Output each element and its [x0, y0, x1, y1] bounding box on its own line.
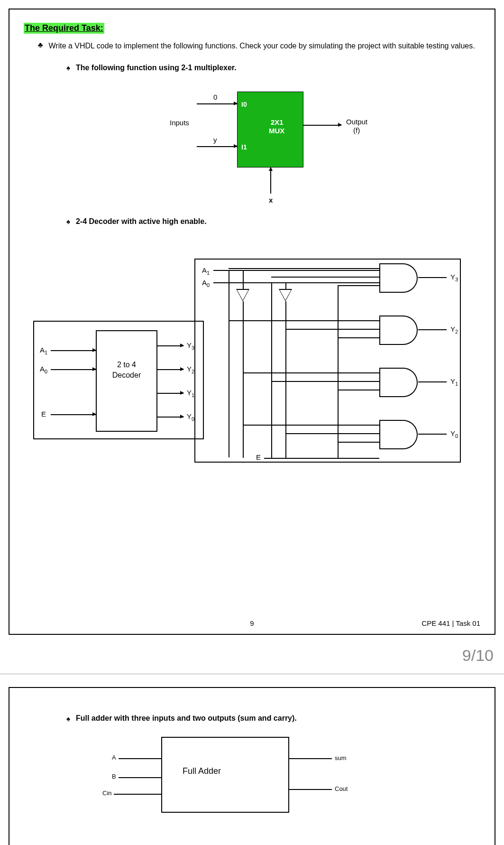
- label-a1: A1: [40, 346, 47, 355]
- schem-wire: [418, 381, 447, 382]
- footer-course: CPE 441 | Task 01: [422, 619, 480, 627]
- mux-heading: The following function using 2-1 multipl…: [76, 64, 237, 72]
- page-1: The Required Task: ♣ Write a VHDL code t…: [9, 9, 495, 635]
- schem-wire: [338, 390, 379, 390]
- schem-wire: [243, 425, 379, 426]
- decoder-heading-row: ♠ 2-4 Decoder with active high enable.: [66, 217, 480, 226]
- decoder-schematic: A1 A0 E: [194, 259, 461, 463]
- intro-row: ♣ Write a VHDL code to implement the fol…: [38, 40, 480, 52]
- schem-wire: [418, 277, 447, 278]
- schem-wire: [243, 301, 244, 458]
- mux-diagram: I0 I1 2X1 MUX 0 y Inputs x Output (f): [24, 80, 480, 203]
- schem-wire: [264, 458, 379, 459]
- wire-cin: [114, 794, 161, 795]
- schem-wire: [285, 329, 379, 330]
- label-a0: A0: [40, 365, 47, 374]
- wire-e: [51, 414, 96, 415]
- fulladder-title: Full Adder: [183, 766, 221, 776]
- label-in1: y: [213, 136, 217, 144]
- and-gate-icon: [379, 263, 420, 291]
- mux-title2: MUX: [269, 127, 284, 135]
- schem-wire: [338, 337, 379, 338]
- fulladder-box: [161, 737, 289, 813]
- decoder-heading: 2-4 Decoder with active high enable.: [76, 217, 207, 226]
- label-fa-b: B: [112, 773, 116, 780]
- wire-y2: [157, 369, 183, 370]
- club-icon: ♣: [38, 40, 43, 49]
- schem-wire: [229, 268, 379, 269]
- schem-wire: [338, 285, 379, 286]
- schem-wire: [243, 372, 379, 373]
- label-in0: 0: [213, 93, 217, 101]
- and-gate-icon: [379, 420, 420, 447]
- wire-y0: [157, 417, 183, 418]
- schem-wire: [418, 329, 447, 330]
- label-e: E: [41, 410, 46, 418]
- mux-port-i1: I1: [241, 143, 247, 151]
- wire-b: [119, 777, 161, 778]
- label-inputs: Inputs: [170, 119, 189, 127]
- decoder-box-line1: 2 to 4: [97, 360, 156, 370]
- schem-wire: [229, 320, 379, 321]
- label-y0: Y0: [187, 412, 194, 422]
- wire-sum: [289, 758, 332, 759]
- wire-a: [119, 758, 161, 759]
- label-outf: (f): [353, 126, 360, 134]
- mux-port-i0: I0: [241, 101, 247, 108]
- schem-wire: [271, 282, 272, 458]
- wire-i1: [197, 146, 237, 147]
- intro-text: Write a VHDL code to implement the follo…: [49, 40, 475, 52]
- schem-y2: Y2: [450, 325, 458, 334]
- schem-wire: [338, 442, 339, 459]
- schem-wire: [213, 270, 379, 271]
- wire-y3: [157, 345, 183, 346]
- mux-box: I0 I1 2X1 MUX: [237, 92, 303, 167]
- not-gate-icon: [279, 289, 292, 301]
- section-title: The Required Task:: [24, 23, 104, 34]
- schem-wire: [229, 270, 229, 457]
- page-divider: [0, 673, 504, 675]
- wire-i0: [197, 103, 237, 104]
- fulladder-diagram: Full Adder A B Cin sum Cout: [66, 732, 408, 817]
- schem-wire: [418, 434, 447, 435]
- label-y2: Y2: [187, 365, 194, 374]
- spade-icon: ♠: [66, 715, 70, 723]
- label-output: Output: [346, 118, 367, 126]
- spade-icon: ♠: [66, 64, 70, 72]
- schem-wire: [271, 277, 379, 278]
- wire-y1: [157, 393, 183, 394]
- decoder-box-line2: Decoder: [97, 370, 156, 381]
- wire-a0: [51, 369, 96, 370]
- schem-wire: [243, 270, 244, 289]
- schem-y1: Y1: [450, 377, 458, 387]
- wire-cout: [289, 789, 332, 790]
- schem-wire: [338, 285, 339, 442]
- schem-wire: [338, 442, 379, 443]
- fulladder-heading: Full adder with three inputs and two out…: [76, 714, 297, 723]
- page-2: ♠ Full adder with three inputs and two o…: [9, 687, 495, 845]
- wire-sel: [270, 167, 271, 194]
- schem-wire: [285, 282, 286, 289]
- label-fa-sum: sum: [335, 754, 347, 761]
- and-gate-icon: [379, 368, 420, 395]
- schem-wire: [271, 381, 379, 382]
- not-gate-icon: [236, 289, 249, 301]
- decoder-box: 2 to 4 Decoder: [96, 330, 157, 432]
- fulladder-heading-row: ♠ Full adder with three inputs and two o…: [66, 714, 480, 723]
- schem-y0: Y0: [450, 429, 458, 439]
- spade-icon: ♠: [66, 217, 70, 225]
- schem-wire: [285, 301, 286, 458]
- mux-heading-row: ♠ The following function using 2-1 multi…: [66, 64, 480, 72]
- page-footer: 9 CPE 441 | Task 01: [9, 619, 495, 627]
- label-fa-cin: Cin: [102, 789, 112, 797]
- schem-a1: A1: [202, 266, 210, 276]
- label-y3: Y3: [187, 341, 194, 351]
- schem-wire: [285, 433, 379, 434]
- schem-e: E: [256, 453, 261, 461]
- schem-y3: Y3: [450, 273, 458, 282]
- big-page-number: 9/10: [0, 643, 504, 673]
- footer-pagenum: 9: [250, 619, 254, 627]
- label-y1: Y1: [187, 389, 194, 398]
- label-fa-cout: Cout: [335, 785, 348, 792]
- and-gate-icon: [379, 316, 420, 343]
